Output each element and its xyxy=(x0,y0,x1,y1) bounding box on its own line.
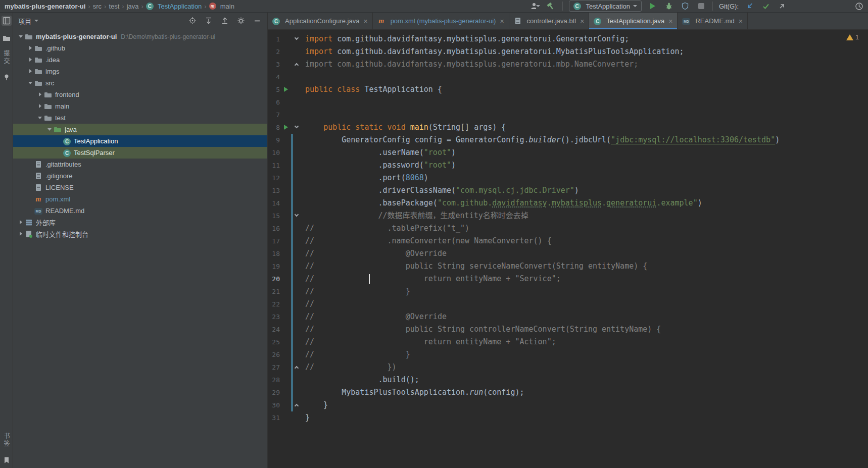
code-text[interactable]: .port(8068) xyxy=(301,172,428,184)
chevron-down-icon[interactable] xyxy=(36,112,44,124)
breadcrumb-item-src[interactable]: src xyxy=(93,3,102,10)
run-icon[interactable] xyxy=(284,87,288,92)
breadcrumb-item-test[interactable]: test xyxy=(109,3,119,10)
fold-down-icon[interactable] xyxy=(295,213,299,217)
breadcrumb-item-mybatis-plus-generator-ui[interactable]: mybatis-plus-generator-ui xyxy=(5,3,85,10)
tree-item-main[interactable]: main xyxy=(13,100,267,112)
code-text[interactable]: .userName("root") xyxy=(301,146,456,159)
run-configuration-selector[interactable]: TestApplication xyxy=(569,1,642,12)
project-tool-button[interactable] xyxy=(2,16,12,26)
tree-item-mybatis-plus-generator-ui[interactable]: mybatis-plus-generator-uiD:\Demo\mybatis… xyxy=(13,31,267,42)
expand-all-icon[interactable] xyxy=(204,16,214,26)
tree-item-.gitattributes[interactable]: .gitattributes xyxy=(13,159,267,170)
close-icon[interactable]: × xyxy=(668,17,672,25)
code-text[interactable] xyxy=(301,71,305,83)
code-text[interactable] xyxy=(301,96,305,109)
collapse-all-icon[interactable] xyxy=(220,16,230,26)
code-text[interactable]: } xyxy=(301,411,310,424)
chevron-right-icon[interactable] xyxy=(17,217,25,228)
tree-item-pom.xml[interactable]: pom.xml xyxy=(13,193,267,205)
tree-item-.github[interactable]: .github xyxy=(13,42,267,54)
code-text[interactable]: GeneratorConfig config = GeneratorConfig… xyxy=(301,134,780,146)
code-text[interactable]: import com.github.davidfantasy.mybatispl… xyxy=(301,33,629,45)
code-text[interactable] xyxy=(301,109,305,121)
code-text[interactable]: .basePackage("com.github.davidfantasy.my… xyxy=(301,197,702,210)
tree-item-frontend[interactable]: frontend xyxy=(13,89,267,100)
settings-gear-icon[interactable] xyxy=(236,16,246,26)
tree-item-外部库[interactable]: 外部库 xyxy=(13,217,267,228)
code-text[interactable]: public static void main(String[] args) { xyxy=(301,121,506,134)
editor-tab-controller.java.btl[interactable]: controller.java.btl× xyxy=(509,13,590,29)
code-text[interactable]: MybatisPlusToolsApplication.run(config); xyxy=(301,386,524,399)
code-text[interactable]: // xyxy=(301,298,314,310)
code-editor[interactable]: 1import com.github.davidfantasy.mybatisp… xyxy=(268,30,868,468)
tree-item-.idea[interactable]: .idea xyxy=(13,54,267,66)
project-panel-title[interactable]: 项目 xyxy=(18,16,31,26)
code-text[interactable]: .password("root") xyxy=(301,159,456,172)
code-text[interactable]: .driverClassName("com.mysql.cj.jdbc.Driv… xyxy=(301,184,579,197)
locate-icon[interactable] xyxy=(187,16,198,26)
chevron-right-icon[interactable] xyxy=(17,228,25,240)
code-text[interactable]: // .tablePrefix("t_") xyxy=(301,222,469,235)
history-clock-icon[interactable] xyxy=(854,1,864,11)
chevron-down-icon[interactable] xyxy=(27,77,34,89)
code-text[interactable]: } xyxy=(301,399,328,411)
editor-tab-applicationconfigure.java[interactable]: ApplicationConfigure.java× xyxy=(268,13,373,29)
chevron-right-icon[interactable] xyxy=(27,42,34,54)
close-icon[interactable]: × xyxy=(739,17,743,25)
breadcrumb-item-java[interactable]: java xyxy=(127,3,139,10)
close-icon[interactable]: × xyxy=(500,17,504,25)
chevron-down-icon[interactable] xyxy=(46,124,54,135)
chevron-down-icon[interactable] xyxy=(17,31,25,42)
chevron-right-icon[interactable] xyxy=(36,100,44,112)
chevron-down-icon[interactable] xyxy=(34,20,38,22)
tree-item-imgs[interactable]: imgs xyxy=(13,66,267,77)
chevron-right-icon[interactable] xyxy=(36,89,44,100)
tree-item-临时文件和控制台[interactable]: 临时文件和控制台 xyxy=(13,228,267,240)
chevron-right-icon[interactable] xyxy=(27,66,34,77)
editor-tab-testapplication.java[interactable]: TestApplication.java× xyxy=(589,13,678,29)
tree-item-license[interactable]: LICENSE xyxy=(13,182,267,193)
code-text[interactable]: import com.github.davidfantasy.mybatispl… xyxy=(301,45,684,58)
editor-tab-readme.md[interactable]: README.md× xyxy=(678,13,747,29)
editor-tab-pom.xml-mybatis-plus-generator-ui[interactable]: pom.xml (mybatis-plus-generator-ui)× xyxy=(373,13,509,29)
fold-up-icon[interactable] xyxy=(295,366,299,370)
code-text[interactable]: //数据库表前缀，生成entity名称时会去掉 xyxy=(301,210,528,222)
bookmarks-tool-button[interactable]: 书签 xyxy=(2,433,11,448)
code-text[interactable]: .build(); xyxy=(301,374,419,386)
build-hammer-icon[interactable] xyxy=(546,1,556,11)
git-update-button[interactable] xyxy=(745,1,755,11)
code-text[interactable]: // .nameConverter(new NameConverter() { xyxy=(301,235,552,247)
code-text[interactable]: // public String controllerNameConvert(S… xyxy=(301,323,661,336)
breadcrumb-item-main[interactable]: main xyxy=(209,3,234,10)
chevron-right-icon[interactable] xyxy=(27,54,34,66)
tree-item-readme.md[interactable]: README.md xyxy=(13,205,267,217)
code-text[interactable]: // return entityName + "Action"; xyxy=(301,336,556,348)
code-text[interactable]: import com.github.davidfantasy.mybatispl… xyxy=(301,58,638,71)
user-icon[interactable] xyxy=(530,1,540,11)
debug-button[interactable] xyxy=(664,1,674,11)
breadcrumb-item-testapplication[interactable]: TestApplication xyxy=(146,2,202,10)
run-button[interactable] xyxy=(648,1,658,11)
tree-item-java[interactable]: java xyxy=(13,124,267,135)
code-text[interactable]: // @Override xyxy=(301,247,447,260)
git-commit-button[interactable] xyxy=(761,1,771,11)
coverage-button[interactable] xyxy=(680,1,690,11)
tree-item-src[interactable]: src xyxy=(13,77,267,89)
hide-panel-icon[interactable] xyxy=(252,16,262,26)
code-text[interactable]: // public String serviceNameConvert(Stri… xyxy=(301,260,647,273)
bookmark-icon[interactable] xyxy=(2,455,12,465)
commit-tool-button[interactable]: 提交 xyxy=(2,50,11,65)
code-text[interactable]: // } xyxy=(301,285,410,298)
folder-icon[interactable] xyxy=(2,33,12,43)
code-text[interactable]: public class TestApplication { xyxy=(301,83,442,96)
inspections-widget[interactable]: 1 xyxy=(846,34,859,41)
pin-icon[interactable] xyxy=(2,72,12,82)
code-text[interactable]: // @Override xyxy=(301,310,447,323)
code-text[interactable]: // } xyxy=(301,348,410,361)
fold-up-icon[interactable] xyxy=(295,404,299,408)
code-text[interactable]: // return entityName + "Service"; xyxy=(301,273,561,285)
tree-item-test[interactable]: test xyxy=(13,112,267,124)
fold-down-icon[interactable] xyxy=(295,36,299,40)
fold-up-icon[interactable] xyxy=(295,63,299,67)
